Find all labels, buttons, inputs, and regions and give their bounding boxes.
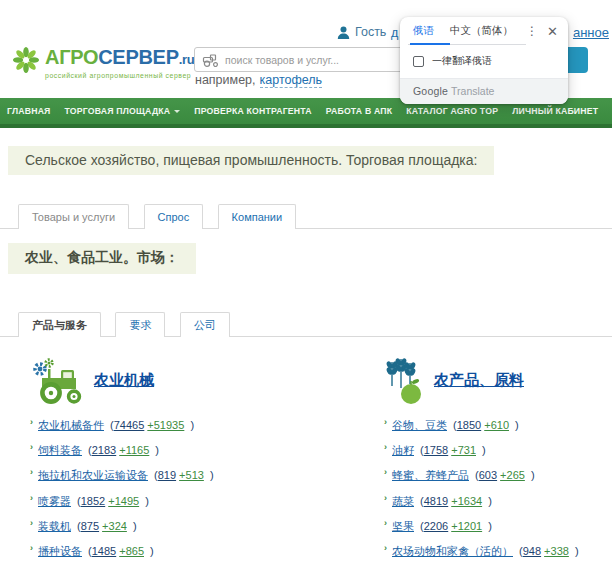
nav-label: ГЛАВНАЯ (7, 106, 51, 116)
item-added-count[interactable]: +1201 (451, 520, 482, 532)
list-item: ›拖拉机和农业运输设备 (819+513 ) (30, 467, 340, 492)
list-item: ›装载机 (875+324 ) (30, 518, 340, 543)
nav-item-counterparty-check[interactable]: ПРОВЕРКА КОНТРАГЕНТА (187, 106, 319, 116)
section-banner-zh: 农业、食品工业。市场： (8, 243, 196, 274)
paren-close: ) (150, 545, 154, 557)
kebab-menu-icon[interactable]: ⋮ (526, 25, 538, 37)
item-link[interactable]: 谷物、豆类 (392, 419, 447, 431)
chevron-right-icon: › (30, 442, 33, 452)
item-link[interactable]: 油籽 (392, 444, 414, 456)
paren-close: ) (515, 419, 519, 431)
item-added-count[interactable]: +1634 (451, 495, 482, 507)
partial-link-right[interactable]: анное (573, 25, 609, 40)
tab-demand-ru[interactable]: Спрос (144, 204, 204, 229)
nav-item-jobs[interactable]: РАБОТА В АПК (319, 106, 400, 116)
tabs-zh: 产品与服务 要求 公司 (0, 312, 612, 337)
list-item: ›油籽 (1758+731 ) (384, 442, 612, 467)
item-count[interactable]: 875 (81, 520, 99, 532)
close-icon[interactable]: ✕ (547, 25, 558, 38)
item-count[interactable]: 74465 (114, 419, 145, 431)
item-link[interactable]: 饲料装备 (38, 444, 82, 456)
list-item: ›蜂蜜、养蜂产品 (603+265 ) (384, 467, 612, 492)
always-translate-checkbox[interactable] (413, 56, 424, 67)
nav-item-marketplace[interactable]: ТОРГОВАЯ ПЛОЩАДКА (58, 106, 188, 116)
item-count[interactable]: 819 (158, 469, 176, 481)
tab-demand-zh[interactable]: 要求 (115, 312, 165, 337)
chevron-right-icon: › (30, 493, 33, 503)
nav-item-more[interactable]: ЕЩЁ (605, 106, 612, 116)
tab-companies-ru[interactable]: Компании (218, 204, 297, 229)
guest-label: Гость (355, 25, 386, 39)
nav-label: ТОРГОВАЯ ПЛОЩАДКА (65, 106, 171, 116)
nav-label: ЛИЧНЫЙ КАБИНЕТ (512, 106, 598, 116)
item-count[interactable]: 1850 (457, 419, 481, 431)
item-count[interactable]: 1485 (92, 545, 116, 557)
item-link[interactable]: 装载机 (38, 520, 71, 532)
translate-brand-text: Translate (451, 85, 494, 97)
paren-close: ) (190, 419, 194, 431)
translate-source-tab[interactable]: 俄语 (413, 24, 434, 38)
item-added-count[interactable]: +51935 (147, 419, 184, 431)
chevron-right-icon: › (384, 417, 387, 427)
nav-item-catalog[interactable]: КАТАЛОГ AGRO TOP (399, 106, 505, 116)
wheat-apple-icon (384, 356, 424, 405)
item-count[interactable]: 2206 (424, 520, 448, 532)
item-link[interactable]: 播种设备 (38, 545, 82, 557)
item-added-count[interactable]: +610 (484, 419, 509, 431)
item-added-count[interactable]: +1495 (108, 495, 139, 507)
always-translate-row[interactable]: 一律翻译俄语 (400, 45, 568, 78)
tabs-ru: Товары и услуги Спрос Компании (0, 204, 612, 229)
nav-item-home[interactable]: ГЛАВНАЯ (0, 106, 58, 116)
list-item: ›喷雾器 (1852+1495 ) (30, 493, 340, 518)
item-count[interactable]: 948 (523, 545, 541, 557)
tractor-icon (30, 357, 84, 404)
item-link[interactable]: 蔬菜 (392, 495, 414, 507)
partial-link-left[interactable]: д (391, 26, 398, 40)
google-logo-text: Google (413, 85, 448, 97)
paren-close: ) (145, 495, 149, 507)
guest-user[interactable]: Гость (337, 25, 386, 39)
translate-target-tab[interactable]: 中文（简体） (450, 24, 513, 38)
category-agricultural-machinery: 农业机械 ›农业机械备件 (74465+51935 ) ›饲料装备 (2183+… (30, 356, 340, 565)
item-added-count[interactable]: +338 (544, 545, 569, 557)
item-count[interactable]: 2183 (92, 444, 116, 456)
category-items: ›农业机械备件 (74465+51935 ) ›饲料装备 (2183+1165 … (30, 417, 340, 565)
item-count[interactable]: 1852 (81, 495, 105, 507)
translate-footer: GoogleTranslate (400, 78, 568, 104)
nav-item-account[interactable]: ЛИЧНЫЙ КАБИНЕТ (505, 106, 605, 116)
category-title[interactable]: 农业机械 (94, 371, 154, 390)
item-link[interactable]: 坚果 (392, 520, 414, 532)
search-example-link[interactable]: картофель (260, 73, 323, 88)
item-added-count[interactable]: +865 (119, 545, 144, 557)
site-logo[interactable]: АГРОСЕРВЕР.ru российский агропромышленны… (12, 46, 194, 79)
item-link[interactable]: 蜂蜜、养蜂产品 (392, 469, 469, 481)
page: Гость д анное АГРОСЕРВЕР.ru российский а… (0, 0, 612, 565)
item-count[interactable]: 1758 (424, 444, 448, 456)
item-added-count[interactable]: +324 (102, 520, 127, 532)
item-count[interactable]: 603 (479, 469, 497, 481)
item-link[interactable]: 拖拉机和农业运输设备 (38, 469, 148, 481)
chevron-down-icon (174, 110, 180, 116)
chevron-right-icon: › (384, 442, 387, 452)
item-added-count[interactable]: +731 (451, 444, 476, 456)
paren-close: ) (488, 495, 492, 507)
item-link[interactable]: 农业机械备件 (38, 419, 104, 431)
item-link[interactable]: 农场动物和家禽（活的） (392, 545, 513, 557)
list-item: ›谷物、豆类 (1850+610 ) (384, 417, 612, 442)
category-items: ›谷物、豆类 (1850+610 ) ›油籽 (1758+731 ) ›蜂蜜、养… (384, 417, 612, 565)
tab-goods-services-zh[interactable]: 产品与服务 (18, 312, 101, 337)
category-title[interactable]: 农产品、原料 (434, 371, 524, 390)
active-tab-underline (410, 43, 450, 45)
tab-goods-services-ru[interactable]: Товары и услуги (18, 204, 129, 229)
item-added-count[interactable]: +513 (179, 469, 204, 481)
tab-companies-zh[interactable]: 公司 (180, 312, 230, 337)
item-added-count[interactable]: +265 (500, 469, 525, 481)
flower-logo-icon (12, 46, 40, 74)
list-item: ›农业机械备件 (74465+51935 ) (30, 417, 340, 442)
chevron-right-icon: › (30, 518, 33, 528)
always-translate-label: 一律翻译俄语 (432, 54, 492, 68)
item-link[interactable]: 喷雾器 (38, 495, 71, 507)
list-item: ›蔬菜 (4819+1634 ) (384, 493, 612, 518)
item-count[interactable]: 4819 (424, 495, 448, 507)
item-added-count[interactable]: +1165 (119, 444, 149, 456)
